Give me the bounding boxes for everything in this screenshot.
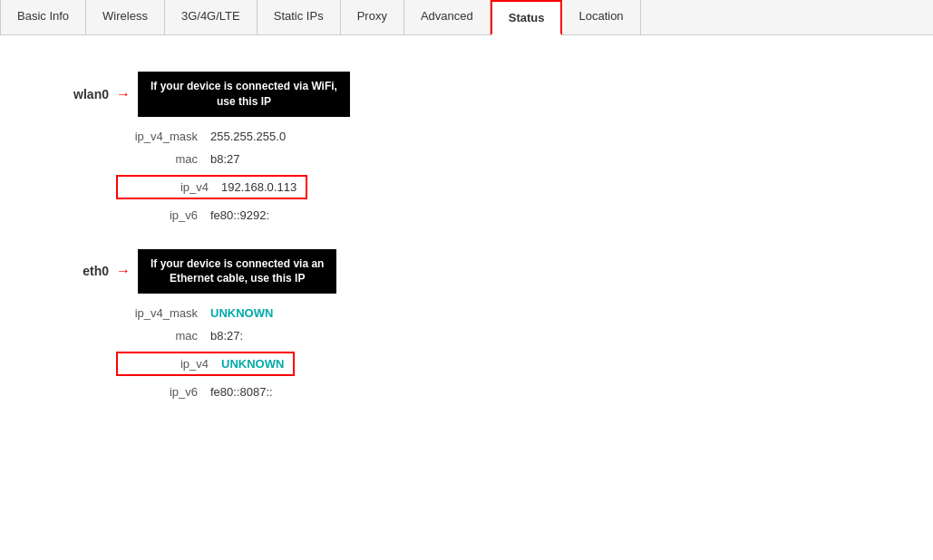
eth0-interface-row: eth0 → If your device is connected via a… xyxy=(54,249,879,294)
tab-static-ips[interactable]: Static IPs xyxy=(258,0,341,34)
eth0-mac-label: mac xyxy=(116,329,198,343)
tab-3g4glte[interactable]: 3G/4G/LTE xyxy=(165,0,258,34)
wlan0-mac-label: mac xyxy=(116,152,198,166)
eth0-ip-v4-highlighted-row: ip_v4 UNKNOWN xyxy=(54,352,879,376)
wlan0-name: wlan0 xyxy=(54,87,109,101)
wlan0-ip-v4-mask-label: ip_v4_mask xyxy=(116,130,198,143)
wlan0-mac-value: b8:27 xyxy=(210,152,240,166)
wlan0-tooltip-line2: use this IP xyxy=(151,94,337,110)
eth0-ip-v4-mask-row: ip_v4_mask UNKNOWN xyxy=(54,306,879,320)
tab-bar: Basic Info Wireless 3G/4G/LTE Static IPs… xyxy=(0,0,933,35)
wlan0-arrow-icon: → xyxy=(116,86,131,102)
wlan0-ip-v4-box: ip_v4 192.168.0.113 xyxy=(116,175,307,199)
wlan0-ip-v4-mask-row: ip_v4_mask 255.255.255.0 xyxy=(54,130,879,143)
wlan0-tooltip-line1: If your device is connected via WiFi, xyxy=(151,79,337,94)
wlan0-ip-v4-label: ip_v4 xyxy=(127,180,209,194)
eth0-ip-v6-row: ip_v6 fe80::8087:: xyxy=(54,385,879,399)
eth0-tooltip-line1: If your device is connected via an xyxy=(151,256,324,272)
eth0-mac-row: mac b8:27: xyxy=(54,329,879,343)
eth0-tooltip: If your device is connected via an Ether… xyxy=(138,249,336,294)
tab-proxy[interactable]: Proxy xyxy=(341,0,404,34)
tab-location[interactable]: Location xyxy=(562,0,640,34)
content-area: wlan0 → If your device is connected via … xyxy=(0,35,933,560)
eth0-ip-v6-label: ip_v6 xyxy=(116,385,198,399)
eth0-name: eth0 xyxy=(54,264,109,278)
eth0-ip-v4-mask-label: ip_v4_mask xyxy=(116,306,198,320)
wlan0-interface-row: wlan0 → If your device is connected via … xyxy=(54,72,879,117)
eth0-mac-value: b8:27: xyxy=(210,329,243,343)
eth0-ip-v4-mask-value: UNKNOWN xyxy=(210,306,273,320)
wlan0-mac-row: mac b8:27 xyxy=(54,152,879,166)
tab-wireless[interactable]: Wireless xyxy=(86,0,165,34)
eth0-ip-v4-label: ip_v4 xyxy=(127,357,209,371)
wlan0-tooltip: If your device is connected via WiFi, us… xyxy=(138,72,350,117)
wlan0-section: wlan0 → If your device is connected via … xyxy=(54,72,879,222)
wlan0-ip-v4-mask-value: 255.255.255.0 xyxy=(210,130,286,143)
eth0-ip-v4-value: UNKNOWN xyxy=(221,357,284,371)
wlan0-ip-v6-value: fe80::9292: xyxy=(210,208,269,222)
wlan0-ip-v6-row: ip_v6 fe80::9292: xyxy=(54,208,879,222)
tab-status[interactable]: Status xyxy=(491,0,563,35)
wlan0-ip-v6-label: ip_v6 xyxy=(116,208,198,222)
eth0-ip-v6-value: fe80::8087:: xyxy=(210,385,273,399)
wlan0-ip-v4-highlighted-row: ip_v4 192.168.0.113 xyxy=(54,175,879,199)
tab-basic-info[interactable]: Basic Info xyxy=(0,0,86,34)
eth0-arrow-icon: → xyxy=(116,263,131,279)
eth0-ip-v4-box: ip_v4 UNKNOWN xyxy=(116,352,295,376)
tab-advanced[interactable]: Advanced xyxy=(404,0,491,34)
eth0-section: eth0 → If your device is connected via a… xyxy=(54,249,879,400)
wlan0-ip-v4-value: 192.168.0.113 xyxy=(221,180,296,194)
eth0-tooltip-line2: Ethernet cable, use this IP xyxy=(151,271,324,286)
